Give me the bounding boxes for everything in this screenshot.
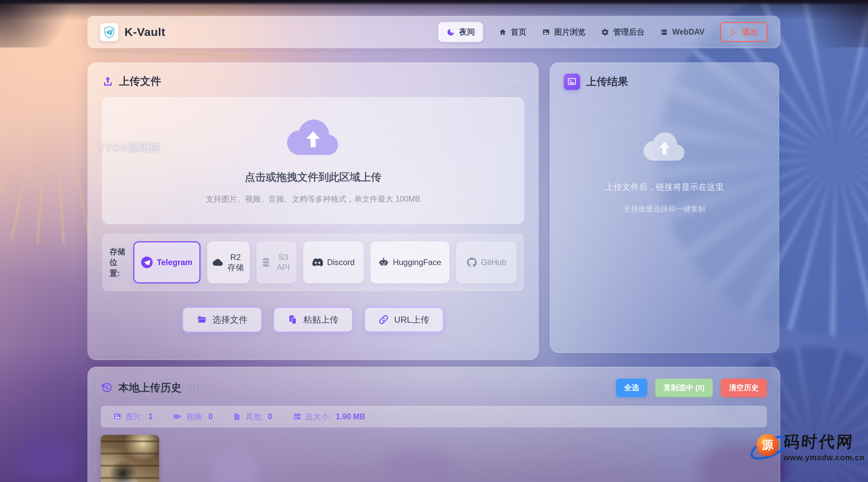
dropzone-subtitle: 支持图片、视频、音频、文档等多种格式，单文件最大 100MB — [206, 194, 420, 204]
folder-open-icon — [197, 315, 207, 325]
database-icon — [261, 257, 271, 267]
upload-actions: 选择文件 粘贴上传 URL上传 — [102, 307, 524, 333]
nav-night-mode[interactable]: 夜间 — [438, 22, 483, 42]
app-logo — [100, 23, 118, 41]
clear-history-button[interactable]: 清空历史 — [721, 379, 767, 397]
storage-option-github[interactable]: GitHub — [456, 241, 517, 283]
nav-label: 退出 — [742, 27, 758, 37]
select-all-button[interactable]: 全选 — [616, 379, 647, 397]
history-title: 本地上传历史 — [118, 381, 181, 395]
logout-icon — [730, 28, 738, 36]
storage-option-label: Discord — [327, 258, 354, 267]
robot-icon — [379, 257, 389, 267]
storage-option-label: GitHub — [481, 258, 506, 267]
dropzone-title: 点击或拖拽文件到此区域上传 — [245, 170, 382, 184]
stat-videos: 视频: 0 — [173, 411, 213, 422]
nav-label: 管理后台 — [613, 27, 644, 37]
storage-option-huggingface[interactable]: HuggingFace — [370, 241, 450, 283]
logout-button[interactable]: 退出 — [720, 22, 768, 42]
telegram-icon — [141, 257, 153, 268]
discord-icon — [312, 258, 323, 267]
storage-option-s3[interactable]: S3 API — [256, 241, 296, 283]
watermark-site-name: 码时代网 — [783, 431, 866, 453]
images-icon — [542, 28, 550, 36]
gear-icon — [601, 28, 609, 36]
storage-icon — [293, 412, 302, 421]
history-stats-bar: 图片: 1 视频: 0 其他: 0 总大小: 1.90 MB — [101, 406, 767, 427]
background-flower — [14, 438, 78, 479]
upload-card-header: 上传文件 支持批量上传，最大 100MB/个（分片上传） — [102, 72, 524, 91]
nav-webdav[interactable]: WebDAV — [660, 27, 705, 37]
stat-value: 0 — [209, 412, 213, 421]
stat-label: 总大小: — [306, 411, 331, 422]
paste-icon — [288, 315, 298, 325]
history-card: 本地上传历史 (1) 全选 复制选中 (0) 清空历史 图片: 1 视频: 0 — [88, 367, 780, 482]
url-upload-button[interactable]: URL上传 — [364, 307, 444, 333]
action-label: 粘贴上传 — [303, 314, 339, 326]
top-left-shadow — [0, 0, 88, 47]
globe-logo-icon: 源 — [754, 431, 782, 459]
results-empty-state: 上传文件后，链接将显示在这里 支持批量选择和一键复制 — [564, 130, 765, 214]
stat-images: 图片: 1 — [113, 411, 153, 422]
storage-option-telegram[interactable]: Telegram — [133, 241, 200, 283]
copy-selected-button[interactable]: 复制选中 (0) — [655, 379, 713, 397]
github-icon — [467, 257, 477, 267]
storage-label: 存储位置: — [110, 246, 127, 279]
cloud-icon — [213, 257, 223, 267]
nav-image-browse[interactable]: 图片浏览 — [542, 27, 585, 37]
watermark-ymsdw: 源 码时代网 www.ymsdw.com.cn — [754, 431, 855, 462]
results-empty-line1: 上传文件后，链接将显示在这里 — [605, 181, 724, 193]
action-label: 选择文件 — [212, 314, 248, 326]
cloud-upload-faded-icon — [643, 130, 686, 164]
action-label: URL上传 — [394, 314, 429, 326]
stat-label: 视频: — [186, 411, 204, 422]
link-icon — [379, 315, 389, 325]
storage-option-r2[interactable]: R2 存储 — [207, 241, 250, 283]
storage-selector: 存储位置: Telegram R2 存储 S3 API Discord — [102, 234, 524, 291]
storage-option-label: S3 API — [275, 252, 292, 273]
server-icon — [660, 28, 668, 36]
results-empty-line2: 支持批量选择和一键复制 — [623, 204, 706, 214]
stat-total-size: 总大小: 1.90 MB — [293, 411, 365, 422]
photos-icon — [564, 74, 580, 90]
file-dropzone[interactable]: 点击或拖拽文件到此区域上传 支持图片、视频、音频、文档等多种格式，单文件最大 1… — [102, 97, 524, 224]
upload-card: 上传文件 支持批量上传，最大 100MB/个（分片上传） 点击或拖拽文件到此区域… — [88, 62, 539, 360]
results-header: 上传结果 — [564, 74, 765, 90]
brand: K-Vault — [100, 23, 166, 41]
stat-label: 图片: — [126, 411, 143, 422]
shield-paperplane-icon — [102, 25, 116, 39]
moon-icon — [446, 28, 455, 37]
stat-value: 1.90 MB — [336, 412, 365, 421]
storage-option-label: Telegram — [157, 258, 192, 267]
stat-value: 1 — [148, 412, 153, 421]
choose-file-button[interactable]: 选择文件 — [182, 307, 262, 333]
cloud-upload-icon — [286, 117, 340, 159]
results-title: 上传结果 — [586, 75, 628, 89]
history-thumbnail[interactable] — [101, 435, 159, 482]
history-count: (1) — [189, 383, 199, 393]
watermark-site-url: www.ymsdw.com.cn — [784, 453, 865, 462]
history-header: 本地上传历史 (1) 全选 复制选中 (0) 清空历史 — [101, 379, 767, 397]
upload-title: 上传文件 — [119, 74, 161, 88]
stat-others: 其他: 0 — [233, 411, 272, 422]
file-icon — [233, 412, 241, 421]
watermark-yyds: YYDS源码网 — [98, 140, 161, 154]
home-icon — [499, 28, 507, 36]
storage-option-discord[interactable]: Discord — [303, 241, 364, 283]
top-right-shadow — [780, 0, 868, 47]
stat-value: 0 — [268, 412, 272, 421]
storage-option-label: R2 存储 — [227, 252, 244, 273]
storage-option-label: HuggingFace — [393, 258, 441, 267]
nav-label: 图片浏览 — [554, 27, 585, 37]
results-card: 上传结果 上传文件后，链接将显示在这里 支持批量选择和一键复制 — [550, 62, 779, 353]
video-icon — [173, 412, 182, 421]
main-nav: 夜间 首页 图片浏览 管理后台 WebDAV — [438, 22, 768, 42]
upload-hint: 支持批量上传，最大 100MB/个（分片上传） — [377, 76, 524, 86]
nav-label: WebDAV — [672, 27, 705, 37]
paste-upload-button[interactable]: 粘贴上传 — [273, 307, 353, 333]
history-buttons: 全选 复制选中 (0) 清空历史 — [616, 379, 767, 397]
history-icon — [101, 382, 113, 394]
nav-admin[interactable]: 管理后台 — [601, 27, 644, 37]
stat-label: 其他: — [245, 411, 263, 422]
nav-home[interactable]: 首页 — [499, 27, 526, 37]
